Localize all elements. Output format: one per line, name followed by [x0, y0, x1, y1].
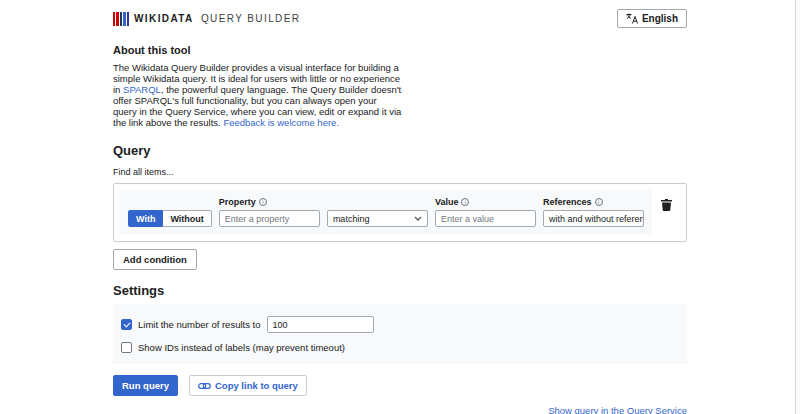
language-label: English — [642, 13, 678, 24]
logo-product: QUERY BUILDER — [201, 13, 301, 24]
references-dropdown[interactable]: with and without references — [543, 210, 644, 227]
condition-card: With Without Property matching — [120, 190, 652, 235]
with-without-toggle: With Without — [128, 210, 212, 227]
query-condition-container: With Without Property matching — [113, 183, 687, 242]
value-label-text: Value — [435, 197, 459, 207]
delete-condition-button[interactable] — [652, 190, 680, 211]
toggle-without-button[interactable]: Without — [163, 210, 211, 227]
value-label: Value — [435, 197, 536, 207]
references-field-group: References with and without references — [543, 197, 644, 227]
property-input[interactable] — [219, 210, 320, 227]
footer-buttons: Run query Copy link to query — [113, 375, 687, 396]
wikidata-bars-icon — [113, 12, 129, 26]
header: WIKIDATA QUERY BUILDER English — [113, 0, 687, 28]
toggle-with-button[interactable]: With — [128, 210, 163, 227]
about-heading: About this tool — [113, 44, 687, 56]
settings-heading: Settings — [113, 283, 687, 298]
value-input[interactable] — [435, 210, 536, 227]
property-label-text: Property — [219, 197, 256, 207]
info-icon[interactable] — [595, 198, 603, 206]
copy-link-button[interactable]: Copy link to query — [189, 375, 307, 396]
sparql-link[interactable]: SPARQL — [123, 84, 161, 95]
info-icon[interactable] — [461, 198, 469, 206]
matching-dropdown[interactable]: matching — [327, 210, 428, 227]
feedback-link[interactable]: Feedback is welcome here. — [223, 117, 339, 128]
references-label: References — [543, 197, 644, 207]
show-query-in-service-link[interactable]: Show query in the Query Service — [548, 405, 687, 414]
limit-results-label: Limit the number of results to — [138, 319, 261, 330]
chevron-down-icon — [414, 216, 422, 221]
references-selected-value: with and without references — [549, 214, 644, 224]
logo-text: WIKIDATA QUERY BUILDER — [134, 13, 300, 24]
property-label: Property — [219, 197, 320, 207]
limit-results-checkbox[interactable] — [121, 319, 132, 330]
info-icon[interactable] — [259, 198, 267, 206]
show-ids-row: Show IDs instead of labels (may prevent … — [121, 342, 679, 353]
add-condition-button[interactable]: Add condition — [113, 249, 197, 270]
link-icon — [198, 382, 211, 390]
show-ids-checkbox[interactable] — [121, 342, 132, 353]
matching-selected-value: matching — [333, 214, 370, 224]
show-ids-label: Show IDs instead of labels (may prevent … — [138, 342, 345, 353]
show-query-row: Show query in the Query Service — [113, 405, 687, 414]
matching-field-group: matching — [327, 210, 428, 227]
logo-wikidata: WIKIDATA — [134, 13, 194, 24]
query-heading: Query — [113, 143, 687, 158]
language-selector-button[interactable]: English — [617, 9, 687, 28]
limit-results-input[interactable] — [267, 316, 374, 333]
wikidata-query-builder-logo: WIKIDATA QUERY BUILDER — [113, 12, 300, 26]
limit-results-row: Limit the number of results to — [121, 316, 679, 333]
run-query-button[interactable]: Run query — [113, 375, 178, 396]
about-text: The Wikidata Query Builder provides a vi… — [113, 62, 402, 128]
find-all-items-text: Find all items... — [113, 167, 687, 177]
trash-icon — [661, 199, 672, 211]
language-icon — [626, 13, 638, 24]
query-builder-page: WIKIDATA QUERY BUILDER English About thi… — [113, 0, 687, 414]
copy-link-label: Copy link to query — [215, 380, 298, 391]
settings-panel: Limit the number of results to Show IDs … — [113, 304, 687, 364]
page-scrollbar[interactable] — [795, 0, 800, 414]
value-field-group: Value — [435, 197, 536, 227]
property-field-group: Property — [219, 197, 320, 227]
references-label-text: References — [543, 197, 592, 207]
